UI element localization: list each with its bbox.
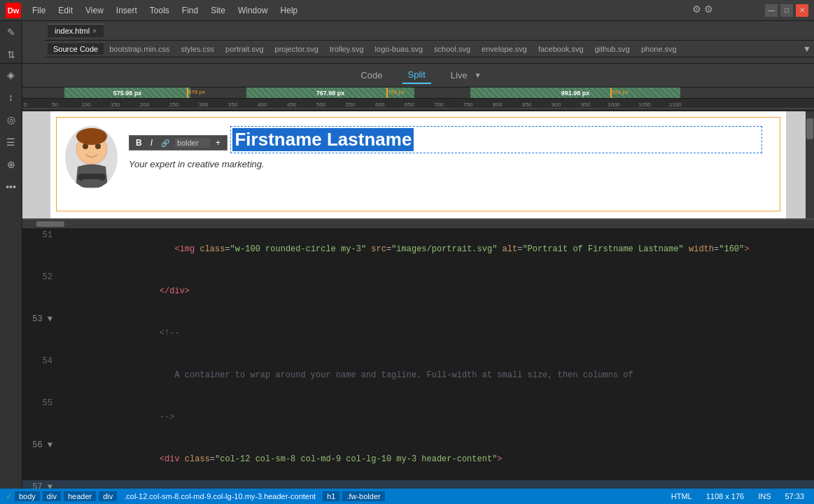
code-line-56: 56 ▼ <div class="col-12 col-sm-8 col-md-… [22, 438, 814, 480]
sidebar-icon-3[interactable]: ◎ [1, 111, 21, 128]
bp3-label: 991.98 px [561, 90, 590, 97]
breadcrumb-col-class[interactable]: .col-12.col-sm-8.col-md-9.col-lg-10.my-3… [120, 491, 320, 501]
tab-close-icon[interactable]: × [92, 27, 97, 35]
sidebar-icon-insert[interactable]: ✎ [1, 24, 21, 41]
tab-bar: index.html × [45, 21, 814, 41]
svg-text:100: 100 [81, 102, 91, 108]
svg-text:1000: 1000 [608, 102, 620, 108]
close-button[interactable]: ✕ [796, 4, 808, 17]
breadcrumb-body[interactable]: body [15, 491, 40, 501]
preview-row: B I 🔗 + Firstname Lastname Yo [62, 123, 774, 192]
line-content-52[interactable]: </div> [61, 270, 814, 312]
svg-text:950: 950 [581, 102, 591, 108]
file-tab-envelope[interactable]: envelope.svg [476, 43, 533, 55]
sidebar-icon-5[interactable]: ⊕ [1, 156, 21, 173]
tab-index-html[interactable]: index.html × [48, 24, 104, 37]
svg-text:0: 0 [24, 102, 27, 108]
code-line-53: 53 ▼ <!-- [22, 312, 814, 354]
menu-view[interactable]: View [80, 4, 109, 17]
settings-extra-icon[interactable]: ⚙ [704, 4, 713, 15]
file-tab-github[interactable]: github.svg [589, 43, 636, 55]
line-number-54: 54 [22, 354, 61, 396]
file-tab-bootstrap[interactable]: bootstrap.min.css [104, 43, 175, 55]
line-col-display: 57:33 [780, 492, 808, 500]
horizontal-scrollbar[interactable] [22, 220, 814, 228]
view-bar: Code Split Live ▼ [22, 64, 814, 88]
bold-button[interactable]: B [133, 137, 145, 148]
svg-text:850: 850 [522, 102, 532, 108]
file-tabs: Source Code bootstrap.min.css styles.css… [45, 41, 814, 57]
menu-insert[interactable]: Insert [111, 4, 143, 17]
italic-button[interactable]: I [148, 137, 155, 148]
svg-text:400: 400 [258, 102, 267, 108]
line-content-53[interactable]: <!-- [61, 312, 814, 354]
format-toolbar: B I 🔗 + [129, 135, 227, 150]
line-content-54[interactable]: A container to wrap around your name and… [61, 354, 814, 396]
breadcrumb-div2[interactable]: div [99, 491, 117, 501]
sidebar-icon-files[interactable]: ⇅ [1, 46, 21, 63]
file-tab-projector[interactable]: projector.svg [269, 43, 324, 55]
svg-text:250: 250 [169, 102, 179, 108]
file-tab-trolley[interactable]: trolley.svg [324, 43, 370, 55]
sidebar-icon-1[interactable]: ◈ [1, 66, 21, 83]
code-view-button[interactable]: Code [355, 67, 388, 83]
breadcrumb-div[interactable]: div [43, 491, 61, 501]
preview-h1[interactable]: Firstname Lastname [232, 128, 414, 151]
file-tab-portrait[interactable]: portrait.svg [220, 43, 269, 55]
breakpoints-bar: 575.98 px 767.98 px 991.98 px 576 px 768… [22, 88, 814, 99]
check-icon: ✓ [6, 492, 12, 501]
breadcrumb-fw-bolder[interactable]: .fw-bolder [342, 491, 384, 501]
menu-edit[interactable]: Edit [52, 4, 78, 17]
file-tab-facebook[interactable]: facebook.svg [533, 43, 589, 55]
h1-container[interactable]: Firstname Lastname [230, 126, 762, 153]
line-content-51[interactable]: <img class="w-100 rounded-circle my-3" s… [61, 228, 814, 270]
live-view-button[interactable]: Live [445, 67, 473, 83]
svg-text:800: 800 [493, 102, 503, 108]
bp2-label: 767.98 px [316, 90, 345, 97]
file-tab-styles[interactable]: styles.css [175, 43, 220, 55]
svg-text:200: 200 [140, 102, 150, 108]
menu-tools[interactable]: Tools [144, 4, 175, 17]
menu-window[interactable]: Window [232, 4, 274, 17]
code-editor[interactable]: 51 <img class="w-100 rounded-circle my-3… [22, 228, 814, 495]
line-content-55[interactable]: --> [61, 396, 814, 438]
ruler: 0 50 100 150 200 250 300 350 400 450 500… [22, 99, 814, 111]
ins-mode[interactable]: INS [754, 492, 775, 500]
file-tab-phone[interactable]: phone.svg [636, 43, 682, 55]
svg-point-30 [99, 174, 106, 181]
minimize-button[interactable]: — [765, 4, 778, 17]
live-dropdown-icon[interactable]: ▼ [475, 71, 482, 79]
language-selector[interactable]: HTML [667, 492, 696, 500]
breadcrumb-header[interactable]: header [64, 491, 96, 501]
file-tab-logo[interactable]: logo-buas.svg [370, 43, 429, 55]
bp1-label: 575.98 px [113, 90, 142, 97]
line-content-56[interactable]: <div class="col-12 col-sm-8 col-md-9 col… [61, 438, 814, 480]
svg-point-29 [78, 174, 85, 181]
split-view-button[interactable]: Split [402, 66, 431, 84]
menu-find[interactable]: Find [176, 4, 204, 17]
avatar [65, 126, 118, 189]
maximize-button[interactable]: □ [780, 4, 793, 17]
breadcrumb: body div header div .col-12.col-sm-8.col… [15, 491, 385, 501]
class-input[interactable] [175, 138, 210, 148]
svg-text:450: 450 [287, 102, 297, 108]
svg-text:700: 700 [434, 102, 444, 108]
code-line-52: 52 </div> [22, 270, 814, 312]
settings-icon[interactable]: ⚙ [692, 4, 701, 15]
svg-text:600: 600 [375, 102, 385, 108]
bp2-value-label: 768 px [388, 89, 405, 95]
breadcrumb-h1[interactable]: h1 [323, 491, 339, 501]
sidebar-icon-6[interactable]: ••• [1, 178, 21, 195]
add-class-button[interactable]: + [213, 137, 223, 148]
sidebar-icon-2[interactable]: ↕ [1, 89, 21, 106]
menu-file[interactable]: File [27, 4, 51, 17]
filter-icon[interactable]: ▼ [803, 44, 811, 54]
menu-site[interactable]: Site [205, 4, 231, 17]
file-tab-school[interactable]: school.svg [428, 43, 476, 55]
file-tab-source-code[interactable]: Source Code [48, 43, 104, 55]
menu-help[interactable]: Help [275, 4, 304, 17]
svg-text:750: 750 [463, 102, 473, 108]
svg-text:1100: 1100 [669, 102, 682, 108]
sidebar-icon-4[interactable]: ☰ [1, 134, 21, 150]
link-button[interactable]: 🔗 [158, 139, 172, 148]
